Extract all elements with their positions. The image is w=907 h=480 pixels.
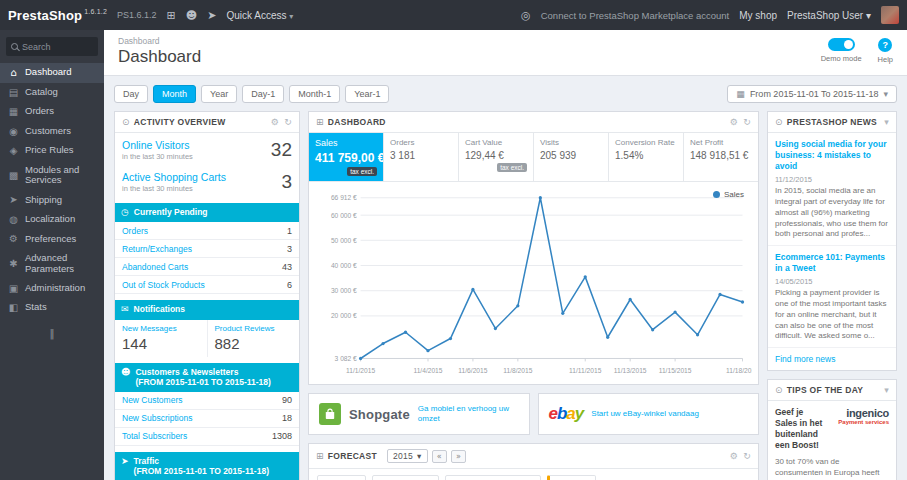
cart-icon[interactable]: ⊞: [167, 9, 176, 22]
new-subscriptions-row[interactable]: New Subscriptions18: [115, 410, 299, 428]
ebay-link[interactable]: Start uw eBay-winkel vandaag: [591, 409, 699, 419]
chevron-down-icon[interactable]: ▾: [884, 117, 889, 127]
sidebar-item-shipping[interactable]: ➤Shipping: [0, 190, 104, 210]
sidebar-item-modules[interactable]: ▩Modules and Services: [0, 161, 104, 191]
my-shop-link[interactable]: My shop: [739, 10, 777, 21]
help-control[interactable]: ? Help: [878, 38, 893, 64]
prestashop-news-panel: ⊙ PRESTASHOP NEWS ▾ Using social media f…: [767, 111, 897, 371]
sidebar-menu: ⌂Dashboard ▤Catalog ▦Orders ◉Customers ◈…: [0, 63, 104, 318]
breadcrumb[interactable]: Dashboard: [118, 36, 201, 46]
forecast-toggle-traffic[interactable]: Traffic: [317, 475, 366, 480]
filter-day-1-button[interactable]: Day-1: [242, 85, 284, 103]
demo-mode-control[interactable]: Demo mode: [821, 38, 862, 63]
forecast-prev-button[interactable]: «: [432, 450, 447, 463]
sidebar-item-price-rules[interactable]: ◈Price Rules: [0, 141, 104, 161]
demo-mode-toggle[interactable]: [828, 38, 855, 51]
news-article-title[interactable]: Using social media for your business: 4 …: [775, 139, 889, 172]
help-icon[interactable]: ?: [878, 38, 892, 52]
online-visitors-stat[interactable]: Online Visitors in the last 30 minutes 3…: [115, 133, 299, 165]
pending-row-abandoned-carts[interactable]: Abandoned Carts43: [115, 258, 299, 276]
forecast-toggle-sales[interactable]: Sales: [547, 475, 596, 480]
refresh-icon[interactable]: ↻: [743, 451, 751, 461]
total-subscribers-row[interactable]: Total Subscribers1308: [115, 428, 299, 446]
sidebar-item-preferences[interactable]: ⚙Preferences: [0, 229, 104, 249]
pending-row-returns[interactable]: Return/Exchanges3: [115, 240, 299, 258]
news-article-excerpt: Picking a payment provider is one of the…: [775, 288, 889, 342]
pending-row-out-of-stock[interactable]: Out of Stock Products6: [115, 276, 299, 294]
active-carts-stat[interactable]: Active Shopping Carts in the last 30 min…: [115, 165, 299, 197]
pending-row-orders[interactable]: Orders1: [115, 222, 299, 240]
forecast-toggle-conversion[interactable]: Conversion: [372, 475, 439, 480]
refresh-icon[interactable]: ↻: [743, 117, 751, 127]
sidebar-item-orders[interactable]: ▦Orders: [0, 102, 104, 122]
customers-newsletters-banner: ☻ Customers & Newsletters(FROM 2015-11-0…: [115, 363, 299, 392]
sales-chart-area: 66 912 €60 000 €50 000 €40 000 €30 000 €…: [309, 182, 758, 384]
new-messages-cell[interactable]: New Messages 144: [115, 320, 207, 357]
kpi-cart-value[interactable]: Cart Value 129,44 € tax excl.: [458, 133, 533, 181]
gear-icon[interactable]: ⚙: [730, 451, 738, 461]
calendar-icon: ▦: [736, 89, 745, 99]
person-icon[interactable]: ☻: [186, 9, 197, 22]
plug-icon: ◎: [521, 9, 531, 22]
sidebar-item-stats[interactable]: ◧Stats: [0, 298, 104, 318]
sidebar-item-administration[interactable]: ▣Administration: [0, 279, 104, 299]
sidebar-item-localization[interactable]: ◍Localization: [0, 210, 104, 230]
sidebar-item-dashboard[interactable]: ⌂Dashboard: [0, 63, 104, 83]
svg-text:11/15/2015: 11/15/2015: [659, 367, 692, 374]
kpi-conversion-rate[interactable]: Conversion Rate 1.54%: [608, 133, 683, 181]
user-menu[interactable]: PrestaShop User ▾: [787, 10, 871, 21]
gear-icon[interactable]: ⚙: [730, 117, 738, 127]
shipping-icon: ➤: [8, 194, 19, 206]
svg-text:3 082 €: 3 082 €: [335, 355, 357, 362]
filter-year-button[interactable]: Year: [201, 85, 237, 103]
collapse-sidebar-icon[interactable]: ‖: [0, 318, 104, 349]
date-range-button[interactable]: ▦ From 2015-11-01 To 2015-11-18 ▾: [727, 85, 897, 103]
search-input[interactable]: [22, 42, 93, 52]
chevron-down-icon[interactable]: ▾: [884, 385, 889, 395]
gear-icon[interactable]: ⚙: [271, 117, 279, 127]
kpi-orders[interactable]: Orders 3 181: [383, 133, 458, 181]
forecast-legend: Traffic Conversion Average Cart Value Sa…: [309, 469, 758, 480]
sidebar-item-catalog[interactable]: ▤Catalog: [0, 83, 104, 103]
refresh-icon[interactable]: ↻: [284, 117, 292, 127]
filter-month-1-button[interactable]: Month-1: [289, 85, 340, 103]
forecast-next-button[interactable]: »: [451, 450, 466, 463]
kpi-sales[interactable]: Sales 411 759,00 € tax excl.: [309, 133, 383, 181]
prestashop-logo[interactable]: PrestaShop1.6.1.2: [8, 8, 107, 23]
sales-chart: 66 912 €60 000 €50 000 €40 000 €30 000 €…: [315, 186, 752, 382]
rocket-icon[interactable]: ➤: [207, 9, 216, 22]
filter-month-button[interactable]: Month: [153, 85, 196, 103]
ebay-promo[interactable]: ebay Start uw eBay-winkel vandaag: [538, 393, 760, 435]
shopgate-link[interactable]: Ga mobiel en verhoog uw omzet: [418, 404, 519, 425]
forecast-year-select[interactable]: 2015 ▾: [387, 449, 428, 463]
traffic-banner: ➤ Traffic(FROM 2015-11-01 TO 2015-11-18): [115, 452, 299, 480]
notifications-banner: ✉ Notifications: [115, 300, 299, 319]
quick-access-menu[interactable]: Quick Access ▾: [227, 10, 294, 21]
marketplace-link[interactable]: Connect to PrestaShop Marketplace accoun…: [541, 10, 730, 21]
find-more-news-link[interactable]: Find more news: [768, 348, 896, 370]
kpi-net-profit[interactable]: Net Profit 148 918,51 €: [683, 133, 758, 181]
stats-icon: ◧: [8, 302, 19, 314]
ps-version-label: PS1.6.1.2: [117, 10, 157, 20]
shopgate-promo[interactable]: Shopgate Ga mobiel en verhoog uw omzet: [308, 393, 530, 435]
administration-icon: ▣: [8, 283, 19, 295]
localization-icon: ◍: [8, 214, 19, 226]
avatar[interactable]: [881, 6, 899, 24]
sidebar-search[interactable]: [6, 37, 98, 56]
news-panel-title: PRESTASHOP NEWS: [787, 117, 877, 127]
chevron-down-icon: ▾: [883, 89, 888, 99]
filter-day-button[interactable]: Day: [114, 85, 148, 103]
active-carts-label: Active Shopping Carts: [122, 171, 277, 183]
filter-year-1-button[interactable]: Year-1: [345, 85, 389, 103]
new-customers-row[interactable]: New Customers90: [115, 392, 299, 410]
forecast-toggle-average-cart-value[interactable]: Average Cart Value: [445, 475, 541, 480]
sidebar-item-customers[interactable]: ◉Customers: [0, 122, 104, 142]
sidebar-item-advanced-parameters[interactable]: ✱Advanced Parameters: [0, 249, 104, 279]
customers-icon: ◉: [8, 126, 19, 138]
online-visitors-value: 32: [267, 139, 292, 161]
tips-icon: ⊙: [775, 385, 783, 395]
product-reviews-cell[interactable]: Product Reviews 882: [207, 320, 300, 357]
kpi-visits[interactable]: Visits 205 939: [533, 133, 608, 181]
activity-panel-title: ACTIVITY OVERVIEW: [134, 117, 226, 127]
news-article-title[interactable]: Ecommerce 101: Payments in a Tweet: [775, 252, 889, 274]
